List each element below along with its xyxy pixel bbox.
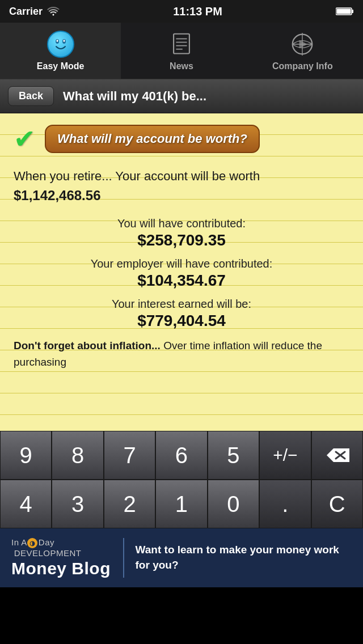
tab-company-info[interactable]: Company Info xyxy=(242,23,363,79)
svg-point-3 xyxy=(52,35,70,53)
keypad: 9 8 7 6 5 +/− 4 3 2 1 0 . C xyxy=(0,431,363,528)
backspace-icon xyxy=(324,446,349,464)
svg-rect-2 xyxy=(336,9,351,14)
banner-main-text: Money Blog xyxy=(11,559,112,578)
banner-divider xyxy=(123,538,124,578)
contribution-label-2: Your employer will have contributed: xyxy=(14,257,349,270)
key-5[interactable]: 5 xyxy=(208,431,259,480)
plus-minus-label: +/− xyxy=(273,446,297,465)
key-6[interactable]: 6 xyxy=(155,431,207,480)
result-main-label: When you retire... Your account will be … xyxy=(14,169,260,183)
battery-indicator xyxy=(336,7,354,16)
key-backspace[interactable] xyxy=(311,431,363,480)
contribution-value-2: $104,354.67 xyxy=(14,272,349,290)
carrier-label: Carrier xyxy=(9,6,43,18)
news-label: News xyxy=(170,61,193,71)
logo-circle: ◑ xyxy=(27,538,37,548)
main-content: ✔ What will my account be worth? When yo… xyxy=(0,113,363,431)
keypad-row-1: 9 8 7 6 5 +/− xyxy=(0,431,363,480)
inflation-bold: Don't forget about inflation... xyxy=(14,340,161,351)
keypad-row-2: 4 3 2 1 0 . C xyxy=(0,480,363,528)
banner-tagline: Want to learn to make your money work fo… xyxy=(136,543,352,573)
result-value: $1,142,468.56 xyxy=(14,188,100,203)
svg-marker-17 xyxy=(327,448,349,462)
key-4[interactable]: 4 xyxy=(0,480,52,528)
tab-bar: Easy Mode News C xyxy=(0,23,363,79)
key-3[interactable]: 3 xyxy=(52,480,103,528)
key-0[interactable]: 0 xyxy=(208,480,259,528)
company-info-icon xyxy=(289,31,316,58)
tab-easy-mode[interactable]: Easy Mode xyxy=(0,23,121,79)
question-box: What will my account be worth? xyxy=(45,125,260,153)
banner-left: In A◑Day DEVELOPMENT Money Blog xyxy=(11,537,112,578)
key-8[interactable]: 8 xyxy=(52,431,103,480)
svg-rect-1 xyxy=(352,10,353,13)
result-main: When you retire... Your account will be … xyxy=(14,167,349,206)
key-1[interactable]: 1 xyxy=(155,480,207,528)
key-7[interactable]: 7 xyxy=(104,431,155,480)
banner-top-text: In A◑Day DEVELOPMENT xyxy=(11,537,112,558)
key-decimal[interactable]: . xyxy=(259,480,311,528)
nav-bar: Back What will my 401(k) be... xyxy=(0,79,363,113)
question-text: What will my account be worth? xyxy=(57,132,247,146)
key-clear[interactable]: C xyxy=(311,480,363,528)
status-bar-left: Carrier xyxy=(9,6,60,18)
key-9[interactable]: 9 xyxy=(0,431,52,480)
inflation-text: Don't forget about inflation... Over tim… xyxy=(14,338,349,370)
contribution-value-1: $258,709.35 xyxy=(14,231,349,249)
key-2[interactable]: 2 xyxy=(104,480,155,528)
news-icon xyxy=(168,31,195,58)
smiley-icon xyxy=(47,31,74,58)
contribution-block-2: Your employer will have contributed: $10… xyxy=(14,257,349,290)
contribution-label-3: Your interest earned will be: xyxy=(14,298,349,311)
key-plus-minus[interactable]: +/− xyxy=(259,431,311,480)
status-bar: Carrier 11:13 PM xyxy=(0,0,363,23)
checkmark-icon: ✔ xyxy=(14,126,36,152)
easy-mode-icon xyxy=(47,31,74,58)
time-display: 11:13 PM xyxy=(173,5,222,18)
contribution-label-1: You will have contributed: xyxy=(14,217,349,230)
svg-point-6 xyxy=(56,40,58,42)
question-banner: ✔ What will my account be worth? xyxy=(14,125,349,153)
bottom-banner[interactable]: In A◑Day DEVELOPMENT Money Blog Want to … xyxy=(0,528,363,587)
svg-rect-8 xyxy=(174,33,189,53)
easy-mode-label: Easy Mode xyxy=(37,61,85,71)
company-info-label: Company Info xyxy=(272,61,333,71)
contribution-value-3: $779,404.54 xyxy=(14,312,349,330)
nav-title: What will my 401(k) be... xyxy=(63,89,206,104)
contribution-block-3: Your interest earned will be: $779,404.5… xyxy=(14,298,349,330)
wifi-icon xyxy=(47,7,60,16)
tab-news[interactable]: News xyxy=(121,23,242,79)
back-button[interactable]: Back xyxy=(8,86,54,106)
svg-point-7 xyxy=(63,40,65,42)
contribution-block-1: You will have contributed: $258,709.35 xyxy=(14,217,349,249)
